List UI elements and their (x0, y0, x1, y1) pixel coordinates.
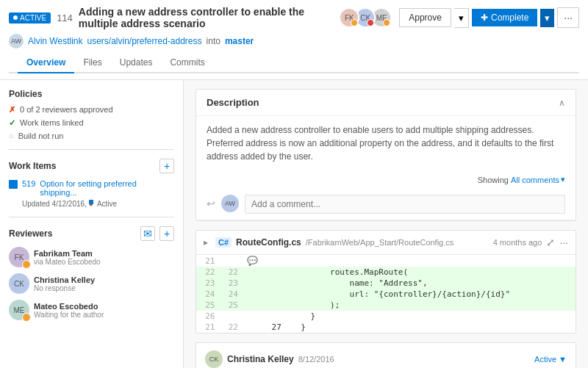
reviewer-avatar-mateo: ME (9, 300, 29, 320)
diff-row-2: 22 22 routes.MapRoute( (196, 267, 576, 278)
description-body: Added a new address controller to enable… (196, 116, 576, 170)
reviewer-status-mateo: Waiting for the author (34, 311, 104, 319)
reviewer-name-christina: Christina Kelley (34, 275, 95, 284)
diff-filetype-icon: C# (215, 237, 232, 248)
tab-files[interactable]: Files (74, 53, 110, 73)
comments-filter-dropdown[interactable]: All comments (511, 176, 559, 184)
reviewers-title: Reviewers ✉ + (9, 226, 174, 241)
policy-x-icon: ✗ (9, 105, 15, 115)
avatar-1: FK (339, 7, 359, 28)
comment-input[interactable] (245, 195, 565, 214)
work-item-row: 519 Option for setting preferred shippin… (9, 179, 174, 197)
policy-text-3: Build not run (18, 131, 64, 140)
add-reviewer-button[interactable]: + (159, 226, 174, 241)
add-work-item-button[interactable]: + (159, 159, 174, 173)
header: ACTIVE 114 Adding a new address controll… (0, 0, 588, 80)
diff-comment-btn-2[interactable] (243, 267, 268, 278)
approve-dropdown-button[interactable]: ▾ (454, 8, 469, 28)
description-title: Description (207, 97, 259, 108)
diff-comment-btn-3[interactable] (243, 278, 268, 289)
description-text: Added a new address controller to enable… (207, 123, 565, 163)
comment-status-1[interactable]: Active ▼ (534, 355, 567, 364)
into-text: into (207, 36, 220, 46)
diff-expand-icon[interactable]: ⤢ (546, 237, 555, 248)
reviewer-badge-fabrikam (22, 260, 31, 269)
comment-card-1: CK Christina Kelley 8/12/2016 Active ▼ I… (196, 342, 576, 368)
pr-title: Adding a new address controller to enabl… (79, 6, 333, 29)
author-name[interactable]: Alvin Westlink (28, 36, 82, 46)
reviewers-section: Reviewers ✉ + FK Fabrikam Team via Mateo… (9, 226, 174, 320)
policy-circle-icon: ○ (9, 131, 14, 140)
diff-comment-btn-6[interactable] (243, 311, 268, 322)
reviewer-info-fabrikam: Fabrikam Team via Mateo Escobedo (34, 249, 101, 266)
diff-comment-btn-1[interactable]: 💬 (243, 255, 268, 267)
work-item-icon (9, 180, 18, 189)
comment-avatar-1: CK (205, 350, 223, 368)
current-user-avatar: AW (221, 195, 239, 212)
author-avatar: AW (9, 34, 24, 48)
sidebar: Policies ✗ 0 of 2 reviewers approved ✓ W… (0, 80, 184, 368)
complete-label: Complete (491, 12, 528, 23)
diff-comment-btn-5[interactable] (243, 300, 268, 311)
comment-date-1: 8/12/2016 (298, 355, 334, 364)
reviewer-status-fabrikam: via Mateo Escobedo (34, 258, 101, 266)
approve-label: Approve (409, 12, 442, 23)
main-layout: Policies ✗ 0 of 2 reviewers approved ✓ W… (0, 80, 588, 368)
policy-text-2: Work items linked (20, 118, 84, 127)
complete-button[interactable]: ✚ Complete (472, 9, 537, 26)
diff-row-3: 23 23 name: "Address", (196, 278, 576, 289)
work-item-status: Active (97, 200, 117, 208)
tab-commits[interactable]: Commits (161, 53, 213, 73)
description-card: Description ∧ Added a new address contro… (196, 89, 576, 221)
header-top: ACTIVE 114 Adding a new address controll… (9, 6, 579, 29)
branch-name[interactable]: master (225, 36, 254, 46)
complete-dropdown-button[interactable]: ▾ (540, 9, 554, 27)
diff-comment-btn-7[interactable] (243, 322, 268, 333)
work-item-id: 519 (22, 179, 35, 188)
comment-input-row: ↩ AW (196, 189, 576, 220)
active-dot-indicator: ● (89, 200, 93, 204)
badge-1 (351, 19, 358, 26)
tab-overview[interactable]: Overview (18, 53, 74, 73)
diff-table: 21 💬 22 22 routes.MapRoute( 23 2 (196, 255, 576, 333)
badge-3 (383, 19, 390, 26)
reply-icon: ↩ (207, 198, 215, 209)
description-collapse-icon[interactable]: ∧ (559, 98, 565, 108)
work-items-title: Work Items + (9, 159, 174, 173)
diff-time: 4 months ago (493, 238, 542, 247)
active-dot (13, 15, 18, 20)
diff-header: ▸ C# RouteConfig.cs /FabrikamWeb/App_Sta… (196, 231, 576, 255)
comment-author-1: Christina Kelley (227, 354, 294, 364)
description-header: Description ∧ (196, 90, 576, 116)
diff-comment-btn-4[interactable] (243, 289, 268, 300)
reviewer-badge-mateo (22, 313, 31, 322)
reviewer-info-mateo: Mateo Escobedo Waiting for the author (34, 302, 104, 319)
more-actions-button[interactable]: ··· (557, 7, 579, 28)
reviewer-info-christina: Christina Kelley No response (34, 275, 95, 292)
diff-row-4: 24 24 url: "{controller}/{action}/{id}" (196, 289, 576, 300)
reviewer-name-fabrikam: Fabrikam Team (34, 249, 101, 258)
work-item-title[interactable]: Option for setting preferred shipping... (40, 179, 174, 197)
diff-row-6: 26 } (196, 311, 576, 322)
diff-more-icon[interactable]: ··· (559, 237, 568, 248)
tab-updates[interactable]: Updates (111, 53, 162, 73)
header-actions: FK CK ME Approve ▾ ✚ Complete ▾ (339, 7, 579, 28)
approve-button[interactable]: Approve (399, 8, 451, 27)
reviewer-fabrikam: FK Fabrikam Team via Mateo Escobedo (9, 247, 174, 267)
header-meta: AW Alvin Westlink users/alvin/preferred-… (9, 34, 579, 48)
policies-section: Policies ✗ 0 of 2 reviewers approved ✓ W… (9, 89, 174, 140)
diff-row-7: 21 22 27 } (196, 322, 576, 333)
reviewer-avatar-fabrikam: FK (9, 247, 29, 267)
reviewer-name-mateo: Mateo Escobedo (34, 302, 104, 311)
email-reviewers-button[interactable]: ✉ (140, 226, 155, 241)
policy-text-1: 0 of 2 reviewers approved (20, 105, 113, 114)
diff-filepath: /FabrikamWeb/App_Start/RouteConfig.cs (306, 238, 454, 247)
diff-collapse-icon[interactable]: ▸ (204, 237, 208, 248)
diff-filename[interactable]: RouteConfig.cs (236, 237, 301, 248)
policy-check-icon: ✓ (9, 118, 15, 128)
tabs: Overview Files Updates Commits (9, 53, 579, 73)
reviewer-avatars: FK CK ME (339, 7, 396, 28)
reviewer-status-christina: No response (34, 284, 95, 292)
pr-number: 114 (57, 12, 73, 24)
content-area: Description ∧ Added a new address contro… (184, 80, 588, 368)
